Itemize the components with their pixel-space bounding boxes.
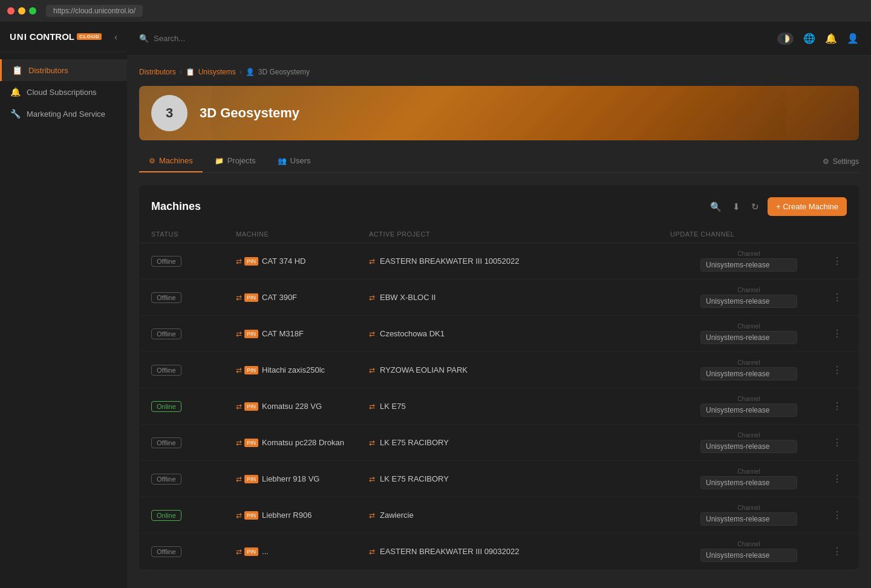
row-menu-button[interactable]: ⋮: [827, 437, 847, 448]
projects-tab-icon: 📁: [215, 157, 224, 165]
table-row[interactable]: Online ⇄ PIN Komatsu 228 VG ⇄ LK E75 Cha…: [139, 388, 859, 425]
tab-projects[interactable]: 📁 Projects: [205, 150, 266, 172]
status-badge: Offline: [151, 256, 181, 267]
create-machine-button[interactable]: + Create Machine: [768, 197, 847, 216]
header: 🔍 🌓 🌐 🔔 👤: [127, 22, 871, 56]
project-name: EBW X-BLOC II: [380, 293, 436, 302]
project-name: Czestochowa DK1: [380, 329, 445, 338]
table-body: Offline ⇄ PIN CAT 374 HD ⇄ EASTERN BREAK…: [139, 243, 859, 570]
panel-actions: 🔍 ⬇ ↻ + Create Machine: [708, 197, 847, 216]
table-row[interactable]: Offline ⇄ PIN CAT 374 HD ⇄ EASTERN BREAK…: [139, 243, 859, 279]
search-box[interactable]: 🔍: [139, 34, 275, 43]
table-row[interactable]: Offline ⇄ PIN Liebherr 918 VG ⇄ LK E75 R…: [139, 461, 859, 497]
status-badge: Online: [151, 401, 181, 412]
status-badge: Offline: [151, 474, 181, 485]
settings-label: Settings: [833, 157, 859, 166]
marketing-icon: 🔧: [10, 109, 21, 119]
channel-select[interactable]: Unisystems-releaseStableBeta: [700, 512, 797, 526]
breadcrumb-unisystems[interactable]: Unisystems: [198, 68, 236, 76]
machine-icons: ⇄ PIN: [236, 402, 258, 411]
machine-icons: ⇄ PIN: [236, 475, 258, 483]
row-menu-button[interactable]: ⋮: [827, 546, 847, 557]
channel-select-wrapper: Unisystems-releaseStableBeta: [700, 367, 797, 381]
channel-select[interactable]: Unisystems-releaseStableBeta: [700, 331, 797, 344]
project-cell: ⇄ LK E75 RACIBORY: [369, 472, 670, 486]
pin-icon: PIN: [244, 511, 258, 520]
table-row[interactable]: Offline ⇄ PIN Komatsu pc228 Drokan ⇄ LK …: [139, 425, 859, 461]
channel-select[interactable]: Unisystems-releaseStableBeta: [700, 367, 797, 381]
channel-label: Channel: [737, 396, 760, 402]
machine-cell: ⇄ PIN CAT M318F: [236, 327, 369, 341]
channel-label: Channel: [737, 250, 760, 257]
sidebar-item-distributors[interactable]: 📋 Distributors: [0, 59, 127, 81]
user-icon[interactable]: 👤: [847, 33, 859, 44]
project-name: EASTERN BREAKWATER III 10052022: [380, 256, 519, 266]
settings-button[interactable]: ⚙ Settings: [823, 157, 859, 166]
notifications-icon[interactable]: 🔔: [825, 33, 837, 44]
machine-cell: ⇄ PIN Hitachi zaxis250lc: [236, 363, 369, 377]
row-menu-button[interactable]: ⋮: [827, 400, 847, 412]
close-button[interactable]: [7, 7, 15, 15]
channel-select-wrapper: Unisystems-releaseStableBeta: [700, 403, 797, 417]
channel-label: Channel: [737, 287, 760, 293]
connection-icon: ⇄: [236, 257, 242, 266]
status-cell: Online: [151, 508, 236, 523]
url-bar[interactable]: https://cloud.unicontrol.io/: [46, 5, 143, 17]
row-menu-button[interactable]: ⋮: [827, 328, 847, 339]
row-menu-button[interactable]: ⋮: [827, 473, 847, 485]
table-row[interactable]: Offline ⇄ PIN ... ⇄ EASTERN BREAKWATER I…: [139, 534, 859, 570]
sidebar-item-label: Cloud Subscriptions: [27, 88, 97, 97]
project-name: Zawiercie: [380, 511, 414, 520]
status-cell: Offline: [151, 362, 236, 378]
channel-select[interactable]: Unisystems-releaseStableBeta: [700, 476, 797, 489]
breadcrumb-distributors[interactable]: Distributors: [139, 68, 176, 76]
channel-select[interactable]: Unisystems-releaseStableBeta: [700, 440, 797, 453]
main-content: 🔍 🌓 🌐 🔔 👤 Distributors › 📋 Unisystems › …: [127, 22, 871, 588]
table-row[interactable]: Online ⇄ PIN Liebherr R906 ⇄ Zawiercie C…: [139, 497, 859, 534]
col-actions: [827, 230, 847, 238]
theme-toggle[interactable]: 🌓: [777, 33, 794, 45]
project-cell: ⇄ EASTERN BREAKWATER III 10052022: [369, 254, 670, 268]
language-icon[interactable]: 🌐: [803, 33, 815, 44]
channel-select[interactable]: Unisystems-releaseStableBeta: [700, 258, 797, 272]
row-menu-button[interactable]: ⋮: [827, 292, 847, 303]
sidebar-item-marketing[interactable]: 🔧 Marketing And Service: [0, 103, 127, 125]
maximize-button[interactable]: [29, 7, 36, 15]
table-row[interactable]: Offline ⇄ PIN CAT M318F ⇄ Czestochowa DK…: [139, 316, 859, 352]
sidebar-item-cloud-subscriptions[interactable]: 🔔 Cloud Subscriptions: [0, 81, 127, 103]
channel-select[interactable]: Unisystems-releaseStableBeta: [700, 403, 797, 417]
pin-icon: PIN: [244, 257, 258, 266]
connection-icon: ⇄: [236, 330, 242, 338]
channel-select[interactable]: Unisystems-releaseStableBeta: [700, 549, 797, 562]
breadcrumb-sep-1: ›: [180, 68, 182, 76]
project-name: LK E75: [380, 402, 406, 411]
channel-select[interactable]: Unisystems-releaseStableBeta: [700, 295, 797, 308]
table-header: Status Machine Active Project Update Cha…: [139, 226, 859, 243]
tab-users[interactable]: 👥 Users: [268, 150, 321, 172]
row-menu-button[interactable]: ⋮: [827, 509, 847, 521]
project-arrow-icon: ⇄: [369, 475, 375, 483]
tabs-bar: ⚙ Machines 📁 Projects 👥 Users ⚙ Settings: [139, 150, 859, 173]
refresh-button[interactable]: ↻: [749, 199, 762, 215]
project-cell: ⇄ LK E75: [369, 399, 670, 413]
breadcrumb-sep-2: ›: [240, 68, 242, 76]
table-row[interactable]: Offline ⇄ PIN Hitachi zaxis250lc ⇄ RYZOW…: [139, 352, 859, 388]
table-row[interactable]: Offline ⇄ PIN CAT 390F ⇄ EBW X-BLOC II C…: [139, 279, 859, 316]
company-banner: 3 3D Geosystemy: [139, 86, 859, 140]
row-menu-button[interactable]: ⋮: [827, 255, 847, 267]
sidebar-logo: UNI CONTROL CLOUD ‹: [0, 22, 127, 52]
search-machines-button[interactable]: 🔍: [708, 199, 724, 215]
logo: UNI CONTROL CLOUD: [10, 31, 102, 42]
minimize-button[interactable]: [18, 7, 25, 15]
search-input[interactable]: [154, 34, 275, 43]
sidebar-collapse-button[interactable]: ‹: [114, 32, 117, 42]
machine-name: Komatsu pc228 Drokan: [262, 438, 344, 447]
tab-machines[interactable]: ⚙ Machines: [139, 150, 203, 172]
channel-label: Channel: [737, 468, 760, 475]
machine-icons: ⇄ PIN: [236, 439, 258, 447]
header-actions: 🌓 🌐 🔔 👤: [777, 33, 859, 45]
row-menu-button[interactable]: ⋮: [827, 364, 847, 376]
channel-select-wrapper: Unisystems-releaseStableBeta: [700, 512, 797, 526]
machine-name: Liebherr 918 VG: [262, 474, 319, 483]
download-button[interactable]: ⬇: [730, 199, 743, 215]
